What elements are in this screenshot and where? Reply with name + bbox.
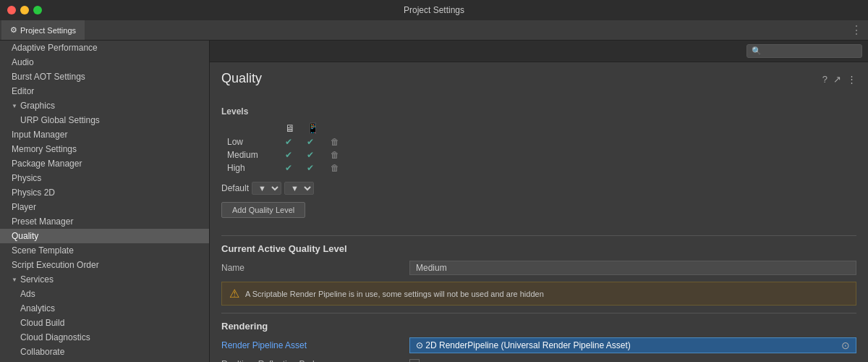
sidebar-item-preset-manager[interactable]: Preset Manager (0, 214, 209, 229)
divider-2 (221, 313, 856, 313)
level-high-label: High (221, 161, 279, 174)
sidebar-item-input-manager[interactable]: Input Manager (0, 127, 209, 142)
warning-icon: ⚠ (229, 287, 239, 300)
current-quality-section-title: Current Active Quality Level (221, 243, 856, 254)
delete-medium-button[interactable]: 🗑 (331, 150, 339, 160)
render-pipeline-asset-value[interactable]: ⊙ 2D RenderPipeline (Universal Render Pi… (409, 337, 856, 353)
sidebar-item-player[interactable]: Player (0, 200, 209, 214)
sidebar-item-cloud-build[interactable]: Cloud Build (0, 316, 209, 330)
check-low-desktop[interactable]: ✔ (285, 137, 292, 147)
check-medium-desktop[interactable]: ✔ (285, 150, 292, 160)
tab-bar: ⚙ Project Settings ⋮ (0, 20, 868, 41)
search-icon: 🔍 (752, 46, 762, 56)
warning-text: A Scriptable Render Pipeline is in use, … (245, 290, 544, 298)
help-icon[interactable]: ? (822, 74, 827, 85)
render-pipeline-asset-row: Render Pipeline Asset ⊙ 2D RenderPipelin… (221, 337, 856, 353)
table-row: Medium ✔ ✔ 🗑 (221, 148, 345, 161)
check-low-mobile[interactable]: ✔ (307, 137, 314, 147)
sidebar-item-physics-2d[interactable]: Physics 2D (0, 185, 209, 200)
name-field-row: Name Medium (221, 260, 856, 276)
tab-more-icon[interactable]: ⋮ (851, 23, 868, 37)
check-high-mobile[interactable]: ✔ (307, 163, 314, 173)
content-toolbar: 🔍 (210, 41, 868, 62)
table-row: High ✔ ✔ 🗑 (221, 161, 345, 174)
render-pipeline-asset-text: ⊙ 2D RenderPipeline (Universal Render Pi… (416, 340, 631, 350)
check-medium-mobile[interactable]: ✔ (307, 150, 314, 160)
main-layout: Adaptive Performance Audio Burst AOT Set… (0, 41, 868, 362)
sidebar-item-burst-aot[interactable]: Burst AOT Settings (0, 70, 209, 84)
sidebar-item-scene-template[interactable]: Scene Template (0, 243, 209, 258)
levels-table: 🖥 📱 Low ✔ ✔ 🗑 Medium ✔ ✔ (221, 121, 345, 174)
sidebar-item-audio[interactable]: Audio (0, 55, 209, 70)
sidebar-item-adaptive-performance[interactable]: Adaptive Performance (0, 41, 209, 55)
default-label: Default (221, 183, 249, 193)
gear-icon: ⚙ (10, 25, 17, 35)
content-inner: Quality ? ↗ ⋮ Levels 🖥 📱 (210, 62, 868, 362)
sidebar-item-ads[interactable]: Ads (0, 287, 209, 301)
sidebar-item-quality[interactable]: Quality (0, 229, 209, 243)
sidebar-item-urp-global[interactable]: URP Global Settings (0, 113, 209, 127)
levels-section-title: Levels (221, 106, 856, 117)
search-bar[interactable]: 🔍 (746, 44, 862, 58)
minimize-button[interactable] (20, 6, 29, 14)
tab-label: Project Settings (20, 26, 76, 35)
window-title: Project Settings (404, 5, 464, 15)
realtime-reflection-probes-label: Realtime Reflection Probes (221, 359, 409, 362)
add-quality-level-button[interactable]: Add Quality Level (221, 202, 305, 218)
render-pipeline-browse-icon[interactable]: ⊙ (841, 340, 850, 351)
sidebar: Adaptive Performance Audio Burst AOT Set… (0, 41, 210, 362)
window-controls (7, 6, 42, 14)
sidebar-item-collaborate[interactable]: Collaborate (0, 345, 209, 359)
expand-icon[interactable]: ↗ (833, 74, 841, 85)
close-button[interactable] (7, 6, 16, 14)
default-mobile-select[interactable]: ▼ (284, 182, 314, 195)
tab-project-settings[interactable]: ⚙ Project Settings (1, 20, 85, 40)
sidebar-item-editor[interactable]: Editor (0, 84, 209, 98)
sidebar-item-physics[interactable]: Physics (0, 171, 209, 185)
delete-low-button[interactable]: 🗑 (331, 137, 339, 147)
table-row: Low ✔ ✔ 🗑 (221, 135, 345, 148)
mobile-icon: 📱 (307, 122, 319, 134)
sidebar-item-analytics[interactable]: Analytics (0, 301, 209, 316)
level-low-label: Low (221, 135, 279, 148)
sidebar-item-package-manager[interactable]: Package Manager (0, 156, 209, 171)
delete-high-button[interactable]: 🗑 (331, 163, 339, 173)
default-desktop-select[interactable]: ▼ (252, 182, 281, 195)
sidebar-item-script-execution-order[interactable]: Script Execution Order (0, 258, 209, 272)
sidebar-item-services[interactable]: ▼ Services (0, 272, 209, 287)
expand-triangle-icon: ▼ (12, 103, 17, 109)
realtime-reflection-probes-checkbox[interactable] (409, 359, 420, 362)
content-area: 🔍 Quality ? ↗ ⋮ Levels 🖥 (210, 41, 868, 362)
sidebar-item-in-app-purchasing[interactable]: In-App Purchasing (0, 359, 209, 362)
name-label: Name (221, 263, 409, 273)
rendering-section-title: Rendering (221, 321, 856, 332)
more-options-icon[interactable]: ⋮ (847, 74, 856, 85)
render-pipeline-asset-label[interactable]: Render Pipeline Asset (221, 340, 409, 350)
title-bar: Project Settings (0, 0, 868, 20)
sidebar-item-graphics[interactable]: ▼ Graphics (0, 98, 209, 113)
desktop-icon: 🖥 (285, 122, 295, 134)
level-medium-label: Medium (221, 148, 279, 161)
page-title: Quality (221, 71, 262, 86)
name-value: Medium (409, 261, 856, 275)
default-row: Default ▼ ▼ (221, 182, 856, 195)
sidebar-item-memory-settings[interactable]: Memory Settings (0, 142, 209, 156)
check-high-desktop[interactable]: ✔ (285, 163, 292, 173)
expand-triangle-icon: ▼ (12, 277, 17, 283)
realtime-reflection-probes-row: Realtime Reflection Probes (221, 356, 856, 362)
maximize-button[interactable] (33, 6, 42, 14)
warning-box: ⚠ A Scriptable Render Pipeline is in use… (221, 282, 856, 306)
sidebar-item-cloud-diagnostics[interactable]: Cloud Diagnostics (0, 330, 209, 345)
divider (221, 235, 856, 236)
